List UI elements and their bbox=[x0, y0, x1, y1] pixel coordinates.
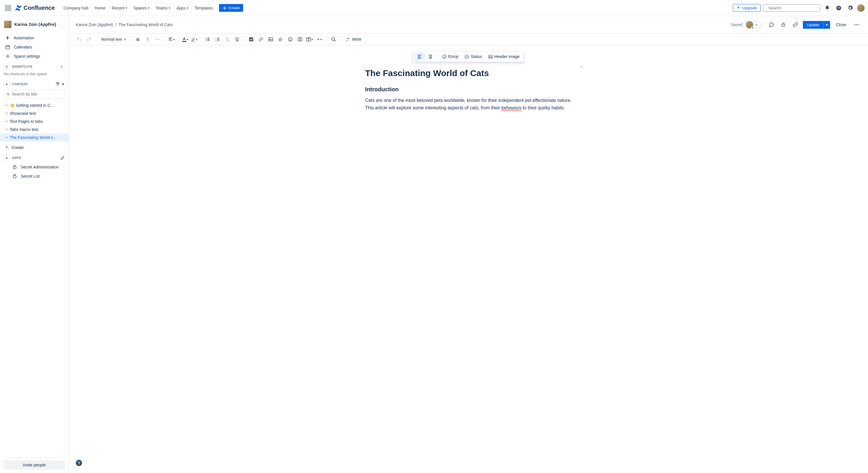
outdent-icon[interactable] bbox=[223, 35, 232, 44]
align-center-icon[interactable] bbox=[425, 53, 436, 61]
space-header[interactable]: Karina Zoin {Appfire} bbox=[0, 16, 69, 33]
svg-text:3: 3 bbox=[216, 40, 217, 42]
confluence-logo[interactable]: Confluence bbox=[15, 5, 55, 11]
settings-icon[interactable] bbox=[846, 3, 855, 12]
link-icon[interactable] bbox=[256, 35, 266, 44]
heading-introduction[interactable]: Introduction bbox=[365, 86, 572, 93]
nav-teams[interactable]: Teams ▾ bbox=[153, 4, 173, 12]
search-title-input[interactable] bbox=[12, 92, 62, 96]
sidebar-space-settings[interactable]: Space settings bbox=[0, 52, 69, 61]
nav-spaces[interactable]: Spaces ▾ bbox=[131, 4, 152, 12]
sidebar-create[interactable]: + Create bbox=[0, 142, 69, 153]
emoji-icon bbox=[442, 55, 446, 59]
close-button[interactable]: Close bbox=[833, 21, 849, 29]
tree-item[interactable]: Showcase test bbox=[0, 109, 69, 117]
more-actions-icon[interactable] bbox=[852, 20, 861, 29]
find-icon[interactable] bbox=[329, 35, 338, 44]
tree-item[interactable]: Tabs macro test bbox=[0, 125, 69, 133]
page-title[interactable]: The Fascinating World of Cats bbox=[365, 68, 572, 78]
topbar-right: Upgrade ? bbox=[733, 3, 865, 12]
profile-avatar[interactable] bbox=[857, 4, 865, 12]
tree-item-active[interactable]: The Fascinating World o… bbox=[0, 133, 69, 141]
svg-point-29 bbox=[443, 56, 444, 57]
collaborator-avatar[interactable] bbox=[745, 20, 754, 29]
image-icon[interactable] bbox=[266, 35, 275, 44]
shortcuts-section-header[interactable]: ▾ Shortcuts + bbox=[0, 61, 69, 71]
table-dropdown[interactable]: ▾ bbox=[305, 35, 314, 44]
svg-point-27 bbox=[332, 38, 335, 40]
apps-section-header[interactable]: ▾ Apps bbox=[0, 153, 69, 162]
app-switcher-icon[interactable] bbox=[3, 3, 12, 12]
add-shortcut-icon[interactable]: + bbox=[59, 64, 65, 69]
edit-apps-icon[interactable] bbox=[61, 156, 65, 160]
spelling-error[interactable]: behaviors bbox=[501, 105, 521, 110]
undo-icon[interactable] bbox=[74, 35, 84, 44]
notifications-icon[interactable] bbox=[823, 3, 832, 12]
align-left-icon[interactable] bbox=[414, 53, 425, 61]
text-style-dropdown[interactable]: Normal text▾ bbox=[98, 35, 129, 43]
help-icon[interactable]: ? bbox=[834, 3, 843, 12]
emoticon-icon[interactable] bbox=[286, 35, 295, 44]
mention-icon[interactable]: @ bbox=[276, 35, 285, 44]
update-button[interactable]: Update bbox=[803, 21, 823, 29]
svg-point-30 bbox=[445, 56, 445, 57]
write-ai-button[interactable]: Write bbox=[343, 35, 364, 43]
svg-rect-8 bbox=[782, 24, 785, 27]
comment-icon[interactable] bbox=[767, 20, 776, 29]
nav-home[interactable]: Home bbox=[92, 4, 108, 12]
sidebar-calendars[interactable]: Calendars bbox=[0, 42, 69, 52]
app-secret-admin[interactable]: Secret Administration bbox=[0, 162, 69, 171]
chevron-down-icon[interactable]: ▾ bbox=[4, 81, 10, 87]
tree-item[interactable]: Test Pages to tabs bbox=[0, 117, 69, 125]
paragraph[interactable]: Cats are one of the most beloved pets wo… bbox=[365, 97, 572, 112]
svg-rect-7 bbox=[13, 176, 17, 178]
content-section-header[interactable]: ▾ Content + bbox=[0, 79, 69, 89]
nav-templates[interactable]: Templates bbox=[192, 4, 216, 12]
invite-people-button[interactable]: Invite people bbox=[3, 461, 65, 470]
nav-company-hub[interactable]: Company hub bbox=[61, 4, 91, 12]
sidebar-automation[interactable]: Automation bbox=[0, 33, 69, 42]
nav-items: Company hub Home Recent ▾ Spaces ▾ Teams… bbox=[61, 4, 216, 12]
restrictions-icon[interactable] bbox=[779, 20, 788, 29]
expand-width-icon[interactable]: ↔ bbox=[579, 64, 583, 69]
topbar: Confluence Company hub Home Recent ▾ Spa… bbox=[0, 0, 868, 16]
breadcrumb-page[interactable]: The Fascinating World of Cats bbox=[119, 22, 173, 27]
insert-dropdown[interactable]: +▾ bbox=[315, 35, 324, 44]
search-by-title[interactable] bbox=[3, 90, 65, 98]
redo-icon[interactable] bbox=[84, 35, 94, 44]
svg-rect-18 bbox=[249, 37, 253, 41]
search-input[interactable] bbox=[768, 6, 818, 10]
add-header-image-button[interactable]: Header image bbox=[485, 53, 522, 61]
help-bubble-icon[interactable]: ? bbox=[76, 460, 82, 466]
action-item-icon[interactable] bbox=[247, 35, 256, 44]
nav-recent[interactable]: Recent ▾ bbox=[109, 4, 130, 12]
highlight-color-dropdown[interactable]: ▾ bbox=[190, 36, 198, 43]
search-box[interactable] bbox=[763, 4, 820, 12]
nav-apps[interactable]: Apps ▾ bbox=[174, 4, 191, 12]
indent-icon[interactable] bbox=[232, 35, 242, 44]
app-secret-list[interactable]: Secret List bbox=[0, 171, 69, 181]
chevron-down-icon[interactable]: ▾ bbox=[4, 155, 10, 161]
create-button[interactable]: Create bbox=[219, 4, 243, 12]
add-status-button[interactable]: Status bbox=[462, 53, 485, 61]
text-color-dropdown[interactable]: A▾ bbox=[181, 36, 189, 43]
tree-item[interactable]: 👋 Getting started in C… bbox=[0, 101, 69, 109]
filter-icon[interactable] bbox=[55, 82, 60, 87]
upgrade-button[interactable]: Upgrade bbox=[733, 4, 761, 12]
link-icon[interactable] bbox=[791, 20, 800, 29]
numbered-list-icon[interactable]: 123 bbox=[213, 35, 222, 44]
layouts-icon[interactable] bbox=[296, 35, 305, 44]
more-formatting-icon[interactable]: ⋯ bbox=[153, 35, 162, 44]
breadcrumb-space[interactable]: Karina Zoin {Appfire} bbox=[76, 22, 113, 27]
chevron-down-icon[interactable]: ▾ bbox=[4, 64, 10, 69]
space-name: Karina Zoin {Appfire} bbox=[14, 22, 56, 27]
align-dropdown[interactable]: ▾ bbox=[167, 35, 176, 44]
content-tree: 👋 Getting started in C… Showcase test Te… bbox=[0, 101, 69, 142]
bold-icon[interactable]: B bbox=[133, 35, 143, 44]
breadcrumb: Karina Zoin {Appfire} / The Fascinating … bbox=[76, 22, 173, 27]
italic-icon[interactable]: I bbox=[143, 35, 152, 44]
add-emoji-button[interactable]: Emoji bbox=[439, 53, 461, 61]
add-content-icon[interactable]: + bbox=[62, 82, 65, 87]
bullet-list-icon[interactable] bbox=[203, 35, 212, 44]
update-dropdown[interactable]: ▾ bbox=[823, 21, 830, 29]
